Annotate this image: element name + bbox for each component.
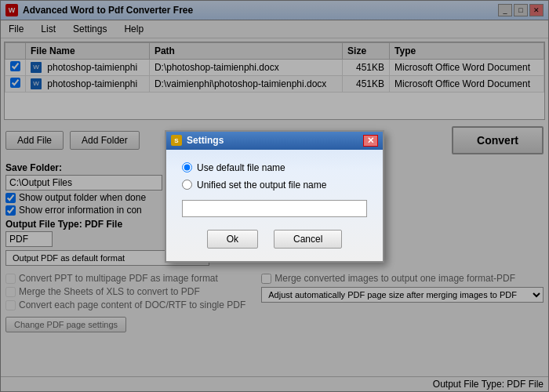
- modal-body: Use default file name Unified set the ou…: [166, 150, 383, 261]
- modal-title-bar: S Settings ✕: [166, 132, 383, 150]
- modal-icon: S: [171, 135, 182, 146]
- modal-button-row: Ok Cancel: [182, 230, 367, 249]
- radio-unified-label[interactable]: Unified set the output file name: [197, 180, 326, 191]
- radio-unified-filename[interactable]: [182, 180, 192, 190]
- radio-option-1: Use default file name: [182, 162, 367, 173]
- modal-ok-button[interactable]: Ok: [207, 230, 258, 249]
- modal-title: Settings: [187, 135, 224, 146]
- radio-default-label[interactable]: Use default file name: [197, 162, 285, 173]
- radio-default-filename[interactable]: [182, 162, 192, 172]
- modal-overlay: S Settings ✕ Use default file name Unifi…: [0, 0, 549, 392]
- modal-filename-input[interactable]: [182, 200, 367, 217]
- modal-close-button[interactable]: ✕: [363, 135, 378, 147]
- radio-option-2: Unified set the output file name: [182, 180, 367, 191]
- settings-modal: S Settings ✕ Use default file name Unifi…: [165, 130, 384, 263]
- modal-cancel-button[interactable]: Cancel: [274, 230, 342, 249]
